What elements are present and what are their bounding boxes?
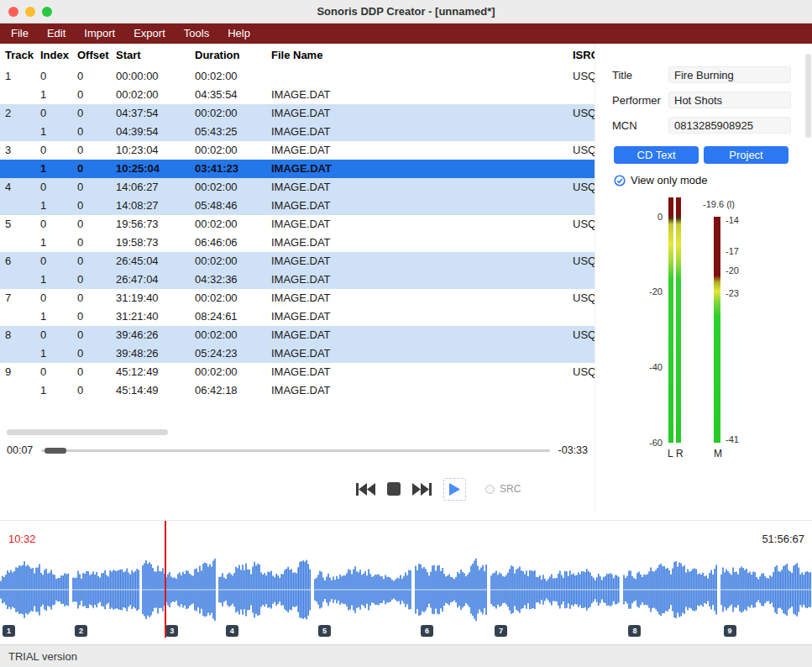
waveform-display[interactable]: 123456789 xyxy=(0,551,812,628)
seek-slider[interactable] xyxy=(41,449,549,452)
table-row[interactable]: 10000:00:0000:02:00USQ xyxy=(0,67,595,86)
minimize-window-button[interactable] xyxy=(25,7,35,17)
column-header-track: Track xyxy=(0,44,35,67)
table-row[interactable]: 20004:37:5400:02:00IMAGE.DATUSQ xyxy=(0,104,595,123)
track-marker-badge[interactable]: 1 xyxy=(3,625,15,637)
table-row[interactable]: 60026:45:0400:02:00IMAGE.DATUSQ xyxy=(0,252,595,270)
menu-help[interactable]: Help xyxy=(218,24,259,44)
field-label-mcn: MCN xyxy=(612,119,668,132)
previous-track-button[interactable] xyxy=(356,477,375,501)
menu-import[interactable]: Import xyxy=(75,24,124,44)
column-header-file-name: File Name xyxy=(266,44,568,67)
playhead-cursor[interactable] xyxy=(165,521,166,638)
waveform-segment[interactable] xyxy=(0,551,70,628)
table-row[interactable]: 1026:47:0404:32:36IMAGE.DAT xyxy=(0,270,595,289)
track-marker-badge[interactable]: 9 xyxy=(724,625,736,637)
waveform-segment[interactable] xyxy=(142,551,216,628)
timeline: 10:32 51:56:67 123456789 xyxy=(0,520,812,644)
field-row-performer: Performer xyxy=(612,91,812,109)
track-marker-badge[interactable]: 2 xyxy=(75,625,87,637)
cell-index: 0 xyxy=(35,289,72,307)
seek-slider-thumb[interactable] xyxy=(45,448,66,454)
cd-text-button[interactable]: CD Text xyxy=(614,146,699,164)
track-table: TrackIndexOffsetStartDurationFile NameIS… xyxy=(0,44,595,464)
waveform-segment[interactable] xyxy=(72,551,139,628)
src-radio-icon xyxy=(485,485,495,494)
cell-track xyxy=(0,344,35,363)
cell-start: 39:48:26 xyxy=(111,344,190,363)
track-marker-badge[interactable]: 4 xyxy=(226,625,238,637)
cell-offset: 0 xyxy=(72,363,111,381)
waveform-segment[interactable] xyxy=(720,551,812,628)
meter-channel-label: R xyxy=(676,448,684,460)
waveform-segment[interactable] xyxy=(623,551,718,628)
cell-file: IMAGE.DAT xyxy=(266,141,568,160)
field-input-performer[interactable] xyxy=(668,92,791,108)
table-row[interactable]: 1039:48:2605:24:23IMAGE.DAT xyxy=(0,344,595,363)
table-row[interactable]: 1045:14:4906:42:18IMAGE.DAT xyxy=(0,381,595,400)
waveform-svg xyxy=(415,551,488,628)
column-header-index: Index xyxy=(35,44,72,67)
table-row[interactable]: 40014:06:2700:02:00IMAGE.DATUSQ xyxy=(0,178,595,197)
close-window-button[interactable] xyxy=(8,7,18,17)
table-row[interactable]: 1000:02:0004:35:54IMAGE.DAT xyxy=(0,86,595,104)
table-row[interactable]: 1031:21:4008:24:61IMAGE.DAT xyxy=(0,307,595,326)
meter-scale-label: -14 xyxy=(726,215,739,225)
cell-isrc: USQ xyxy=(568,178,595,197)
cell-offset: 0 xyxy=(72,197,111,215)
waveform-segment[interactable] xyxy=(314,551,412,628)
track-marker-badge[interactable]: 7 xyxy=(495,625,507,637)
table-row[interactable]: 1010:25:0403:41:23IMAGE.DAT xyxy=(0,160,595,178)
menu-tools[interactable]: Tools xyxy=(175,24,218,44)
field-input-mcn[interactable] xyxy=(668,117,791,134)
zoom-window-button[interactable] xyxy=(42,7,52,17)
cell-file: IMAGE.DAT xyxy=(266,160,568,178)
table-row[interactable]: 90045:12:4900:02:00IMAGE.DATUSQ xyxy=(0,363,595,381)
table-row[interactable]: 70031:19:4000:02:00IMAGE.DATUSQ xyxy=(0,289,595,307)
cell-duration: 05:43:25 xyxy=(190,123,266,141)
src-toggle[interactable]: SRC xyxy=(485,483,521,495)
field-input-title[interactable] xyxy=(668,66,791,83)
stop-button[interactable] xyxy=(387,477,401,501)
cell-index: 1 xyxy=(35,234,72,252)
track-marker-badge[interactable]: 5 xyxy=(318,625,331,637)
next-track-button[interactable] xyxy=(412,477,432,501)
view-only-toggle[interactable]: View only mode xyxy=(614,174,812,186)
cell-file: IMAGE.DAT xyxy=(266,86,568,104)
cell-isrc xyxy=(568,123,595,141)
waveform-svg xyxy=(0,551,70,628)
project-button[interactable]: Project xyxy=(704,146,788,164)
table-row[interactable]: 80039:46:2600:02:00IMAGE.DATUSQ xyxy=(0,326,595,344)
cell-isrc xyxy=(568,307,595,326)
menu-export[interactable]: Export xyxy=(124,24,175,44)
transport-controls: SRC xyxy=(350,475,521,502)
waveform-segment[interactable] xyxy=(490,551,621,628)
table-row[interactable]: 1004:39:5405:43:25IMAGE.DAT xyxy=(0,123,595,141)
cell-duration: 00:02:00 xyxy=(190,67,266,86)
track-marker-badge[interactable]: 8 xyxy=(628,625,641,637)
table-body: 10000:00:0000:02:00USQ1000:02:0004:35:54… xyxy=(0,67,595,400)
cell-isrc: USQ xyxy=(568,252,595,270)
menu-edit[interactable]: Edit xyxy=(38,24,75,44)
table-hscrollbar xyxy=(0,429,595,436)
cell-index: 1 xyxy=(35,123,72,141)
menu-file[interactable]: File xyxy=(2,24,38,44)
meter-channel-label: L xyxy=(668,448,673,460)
meter-bar-right xyxy=(676,197,681,443)
track-marker-badge[interactable]: 3 xyxy=(165,625,178,637)
cell-track: 6 xyxy=(0,252,35,270)
cell-index: 0 xyxy=(35,178,72,197)
table-row[interactable]: 30010:23:0400:02:00IMAGE.DATUSQ xyxy=(0,141,595,160)
cell-offset: 0 xyxy=(72,104,111,123)
table-row[interactable]: 1019:58:7306:46:06IMAGE.DAT xyxy=(0,234,595,252)
waveform-svg xyxy=(490,551,621,628)
waveform-segment[interactable] xyxy=(415,551,488,628)
table-row[interactable]: 1014:08:2705:48:46IMAGE.DAT xyxy=(0,197,595,215)
panel-scrollbar-thumb[interactable] xyxy=(805,54,811,138)
play-button[interactable] xyxy=(443,478,466,501)
hscrollbar-thumb[interactable] xyxy=(7,429,168,435)
waveform-segment[interactable] xyxy=(218,551,312,628)
track-marker-badge[interactable]: 6 xyxy=(421,625,433,637)
playhead-time: 10:32 xyxy=(8,533,36,545)
table-row[interactable]: 50019:56:7300:02:00IMAGE.DATUSQ xyxy=(0,215,595,234)
